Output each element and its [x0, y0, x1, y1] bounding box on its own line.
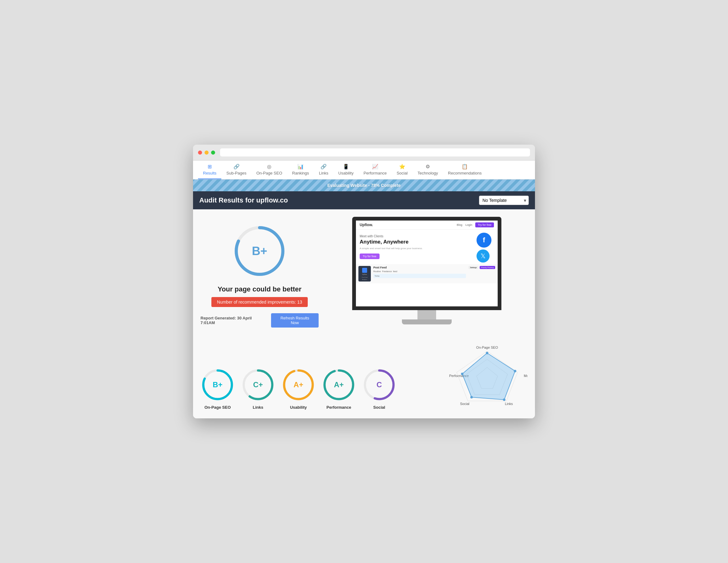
grade-circle-onpage: B+: [200, 368, 235, 402]
tab-technology[interactable]: ⚙ Technology: [412, 160, 443, 179]
results-icon: ⊞: [208, 164, 212, 169]
tab-social[interactable]: ⭐ Social: [392, 160, 412, 179]
template-select[interactable]: No Template E-Commerce Blog Business: [479, 196, 529, 205]
monitor-neck: [417, 310, 436, 320]
tab-subpages[interactable]: 🔗 Sub-Pages: [221, 160, 251, 179]
analytics-small: Analytics: [359, 279, 370, 280]
recommendations-icon: 📋: [462, 164, 468, 169]
score-title: Your page could be better: [218, 285, 302, 293]
postfeed-small: Post Feed: [359, 276, 370, 278]
grade-onpage: B+ On-Page SEO: [200, 368, 235, 410]
radar-label-links: Links: [505, 402, 513, 406]
svg-point-17: [514, 370, 516, 372]
report-info: Report Generated: 30 April 7:01AM Refres…: [200, 313, 319, 328]
tab-usability[interactable]: 📱 Usability: [333, 160, 358, 179]
grade-text-usability: A+: [293, 381, 303, 389]
grade-social: C Social: [362, 368, 396, 410]
sidebar-icon1: [362, 268, 367, 273]
minimize-button[interactable]: [205, 150, 209, 155]
hero-title: Anytime, Anywhere: [360, 239, 494, 245]
tab-links[interactable]: 🔗 Links: [314, 160, 333, 179]
grades-section: B+ On-Page SEO C+ Links: [193, 335, 535, 418]
grade-circle-usability: A+: [281, 368, 316, 402]
subpages-icon: 🔗: [233, 164, 240, 169]
preview-actions: Settings Priority Posting: [468, 266, 495, 269]
post-feed-label: Post Feed: [373, 266, 466, 269]
tab-recommendations[interactable]: 📋 Recommendations: [443, 160, 486, 179]
blog-link: Blog: [457, 223, 462, 226]
grade-text-links: C+: [253, 381, 263, 389]
hero-desc: A simple and smart tool that will help g…: [360, 247, 494, 250]
preview-main-area: Post Feed Routine Freelance feed Today: [373, 266, 466, 278]
tab-performance[interactable]: 📈 Performance: [358, 160, 391, 179]
monitor-screen: Upflow. Blog Login Try for free Meet wit…: [352, 217, 501, 310]
login-link: Login: [465, 223, 472, 226]
preview-hero: Meet with Clients Anytime, Anywhere A si…: [356, 229, 498, 264]
hero-subtitle: Meet with Clients: [360, 234, 494, 238]
priority-label: Priority Posting: [480, 266, 495, 269]
grades-row: B+ On-Page SEO C+ Links: [200, 341, 447, 410]
grade-usability: A+ Usability: [281, 368, 316, 410]
twitter-icon: 𝕏: [477, 249, 490, 262]
grade-text-social: C: [376, 381, 382, 389]
grade-label-social: Social: [373, 405, 385, 410]
grade-label-onpage: On-Page SEO: [205, 405, 231, 410]
social-icon: ⭐: [399, 164, 405, 169]
try-free-btn: Try for free: [475, 222, 494, 227]
refresh-button[interactable]: Refresh Results Now: [271, 313, 319, 328]
grade-circle-links: C+: [241, 368, 275, 402]
monitor: Upflow. Blog Login Try for free Meet wit…: [352, 217, 501, 325]
links-icon: 🔗: [320, 164, 327, 169]
score-circle: B+: [232, 223, 288, 279]
progress-bar: Evaluating Website - 78% Complete: [193, 179, 535, 191]
monitor-bottom: [352, 310, 501, 325]
grade-text-onpage: B+: [213, 381, 222, 389]
svg-point-18: [503, 399, 505, 401]
usability-icon: 📱: [343, 164, 349, 169]
header-bar: Audit Results for upflow.co No Template …: [193, 191, 535, 209]
preview-nav-links: Blog Login Try for free: [457, 222, 494, 227]
rankings-icon: 📊: [297, 164, 304, 169]
upflow-small: Upflow.: [359, 273, 370, 275]
facebook-icon: f: [477, 233, 491, 247]
grade-performance: A+ Performance: [322, 368, 356, 410]
browser-window: ⊞ Results 🔗 Sub-Pages ◎ On-Page SEO 📊 Ra…: [193, 145, 535, 418]
tab-onpage-seo[interactable]: ◎ On-Page SEO: [251, 160, 287, 179]
radar-label-onpage: On-Page SEO: [476, 346, 498, 349]
tab-results[interactable]: ⊞ Results: [198, 160, 221, 179]
tab-rankings[interactable]: 📊 Rankings: [287, 160, 314, 179]
score-section: B+ Your page could be better Number of r…: [200, 217, 319, 328]
improvements-badge: Number of recommended improvements: 13: [211, 297, 308, 307]
maximize-button[interactable]: [211, 150, 215, 155]
grade-circle-performance: A+: [322, 368, 356, 402]
preview-nav: Upflow. Blog Login Try for free: [356, 220, 498, 229]
svg-point-19: [470, 396, 473, 399]
radar-section: On-Page SEO Mobile & UI Links Social Per…: [447, 341, 528, 410]
svg-marker-15: [462, 353, 515, 400]
preview-content-block: Today: [373, 274, 466, 278]
preview-logo: Upflow.: [360, 223, 373, 227]
preview-sidebar: Upflow. Post Feed Analytics: [358, 266, 371, 282]
settings-label: Settings: [468, 266, 478, 269]
hero-cta: Try for free: [360, 253, 380, 259]
technology-icon: ⚙: [426, 164, 430, 169]
nav-tabs: ⊞ Results 🔗 Sub-Pages ◎ On-Page SEO 📊 Ra…: [193, 160, 535, 179]
svg-point-20: [461, 373, 463, 375]
onpage-icon: ◎: [267, 164, 271, 169]
preview-section: Upflow. Blog Login Try for free Meet wit…: [326, 217, 528, 325]
close-button[interactable]: [198, 150, 202, 155]
main-content: B+ Your page could be better Number of r…: [193, 209, 535, 335]
template-select-wrapper: No Template E-Commerce Blog Business: [479, 196, 529, 205]
grade-text-performance: A+: [334, 381, 343, 389]
grade-circle-social: C: [362, 368, 396, 402]
score-grade: B+: [252, 244, 267, 258]
report-date: Report Generated: 30 April 7:01AM: [200, 316, 267, 325]
progress-text: Evaluating Website - 78% Complete: [327, 183, 401, 188]
radar-label-mobile: Mobile & UI: [524, 374, 528, 378]
grade-links: C+ Links: [241, 368, 275, 410]
social-floats: f 𝕏: [477, 233, 491, 262]
page-title: Audit Results for upflow.co: [199, 196, 288, 204]
address-bar[interactable]: [220, 148, 530, 156]
website-preview: Upflow. Blog Login Try for free Meet wit…: [356, 220, 498, 307]
monitor-base: [402, 320, 452, 325]
